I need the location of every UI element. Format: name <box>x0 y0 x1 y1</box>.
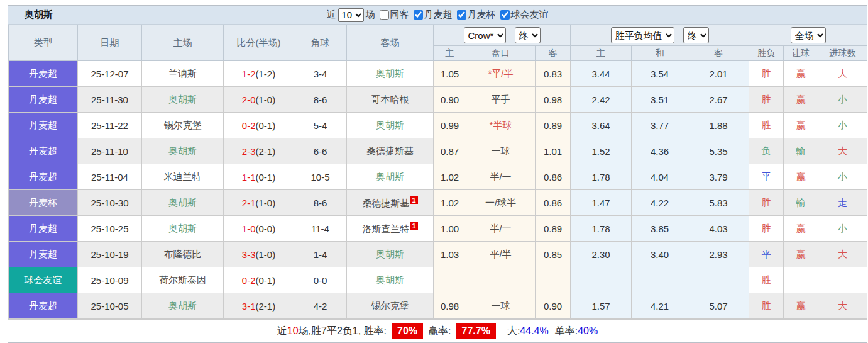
sub-header-avg-home: 主 <box>571 46 632 61</box>
type-cell: 球会友谊 <box>9 267 78 293</box>
filter-danish-cup[interactable]: 丹麦杯 <box>454 9 496 21</box>
table-row: 丹麦超 25-11-22 锡尔克堡 0-2(0-1) 5-4 奥胡斯 0.99 … <box>9 113 867 138</box>
table-row: 丹麦超 25-10-25 奥胡斯 1-0(0-0) 11-4 洛斯查兰特1 1.… <box>9 216 867 242</box>
danish-superliga-checkbox[interactable] <box>414 10 423 20</box>
team-title: 奥胡斯 <box>25 9 53 21</box>
col-header-date: 日期 <box>78 25 142 61</box>
avg-home-cell: 2.30 <box>571 242 632 267</box>
table-row: 丹麦超 25-11-30 奥胡斯 2-0(1-0) 8-6 哥本哈根 0.90 … <box>9 87 867 113</box>
goals-cell: 小 <box>818 216 867 242</box>
type-cell: 丹麦超 <box>9 87 78 113</box>
filter-danish-superliga[interactable]: 丹麦超 <box>411 9 453 21</box>
filter-same-away[interactable]: 同客 <box>377 9 409 21</box>
type-cell: 丹麦超 <box>9 242 78 267</box>
away-team-cell: 奥胡斯 <box>347 113 434 138</box>
half-time-score: (1-0) <box>256 94 276 105</box>
odds-away-cell: 0.86 <box>536 190 571 216</box>
avg-home-cell: 1.52 <box>571 138 632 164</box>
handicap-cell: 平手 <box>466 87 536 113</box>
home-team-name: 奥胡斯 <box>168 145 197 156</box>
score-cell: 2-0(1-0) <box>224 87 294 113</box>
goals-cell: 小 <box>818 113 867 138</box>
single-rate-value: 40% <box>578 325 598 337</box>
away-team-name: 奥胡斯 <box>376 120 404 130</box>
avg-away-cell: 5.35 <box>688 138 749 164</box>
avg-type-select[interactable]: 胜平负均值 <box>611 27 674 43</box>
odds-final-select-1[interactable]: 终 <box>515 27 541 43</box>
same-away-checkbox[interactable] <box>380 10 389 20</box>
odds-company-select[interactable]: Crow* <box>464 27 506 43</box>
handicap-cell: *平/半 <box>466 61 536 87</box>
away-team-cell: 奥胡斯 <box>347 267 434 293</box>
odds-away-cell: 1.01 <box>536 138 571 164</box>
red-card-badge: 1 <box>410 222 417 230</box>
score-cell: 0-2(0-1) <box>224 113 294 138</box>
recent-count-select[interactable]: 10 <box>338 8 364 22</box>
odds-home-cell: 0.90 <box>434 87 466 113</box>
home-team-name: 奥胡斯 <box>168 197 197 208</box>
col-header-corners: 角球 <box>294 25 347 61</box>
handicap-cell: 一球 <box>466 138 536 164</box>
filter-club-friendly[interactable]: 球会友谊 <box>498 9 549 21</box>
handicap-rate-badge: 77.7% <box>456 323 496 339</box>
recent-label: 近 <box>327 9 336 21</box>
avg-away-cell: 4.03 <box>688 216 749 242</box>
title-bar: 奥胡斯 近 10 场 同客 丹麦超 丹麦杯 球会友谊 <box>8 6 867 25</box>
handicap-result-cell: 赢 <box>784 164 818 190</box>
half-time-score: (2-1) <box>256 146 276 157</box>
danish-cup-checkbox[interactable] <box>457 10 466 20</box>
odds-home-cell: 1.03 <box>434 242 466 267</box>
handicap-result-cell: 赢 <box>784 113 818 138</box>
sub-header-goals: 进球数 <box>818 46 867 61</box>
home-team-name: 兰讷斯 <box>168 68 197 79</box>
odds-away-cell: 0.83 <box>536 61 571 87</box>
col-header-away: 客场 <box>347 25 434 61</box>
half-time-score: (0-1) <box>256 120 276 131</box>
big-rate-label: 大: <box>507 325 520 338</box>
sub-header-odds-home: 主 <box>434 46 466 61</box>
single-rate-label: 单率: <box>555 325 578 338</box>
away-team-name: 奥胡斯 <box>376 171 404 182</box>
handicap-cell: 平/半 <box>466 242 536 267</box>
type-cell: 丹麦超 <box>9 293 78 319</box>
sub-header-avg-draw: 和 <box>632 46 688 61</box>
odds-away-cell: 0.90 <box>536 293 571 319</box>
handicap-cell: 半/一 <box>466 164 536 190</box>
away-team-cell: 洛斯查兰特1 <box>347 216 434 242</box>
handicap-result-cell: 赢 <box>784 242 818 267</box>
away-team-cell: 奥胡斯 <box>347 164 434 190</box>
home-team-cell: 奥胡斯 <box>142 138 224 164</box>
avg-away-cell: 2.67 <box>688 87 749 113</box>
avg-draw-cell: 4.04 <box>632 164 688 190</box>
date-cell: 25-10-09 <box>78 267 142 293</box>
avg-away-cell: 3.79 <box>688 164 749 190</box>
scope-select[interactable]: 全场 <box>791 27 826 43</box>
col-header-score: 比分(半场) <box>224 25 294 61</box>
avg-home-cell: 1.57 <box>571 293 632 319</box>
full-time-score: 2-0 <box>242 94 256 105</box>
avg-away-cell: 2.93 <box>688 242 749 267</box>
club-friendly-checkbox[interactable] <box>500 10 510 20</box>
away-team-name: 锡尔克堡 <box>371 300 409 311</box>
odds-home-cell: 1.02 <box>434 164 466 190</box>
home-team-name: 奥胡斯 <box>168 300 197 311</box>
sub-header-result: 胜负 <box>749 46 784 61</box>
odds-away-cell: 0.89 <box>536 216 571 242</box>
away-team-name: 奥胡斯 <box>376 249 404 259</box>
goals-cell: 大 <box>818 242 867 267</box>
half-time-score: (2-1) <box>256 301 276 312</box>
sub-header-odds-away: 客 <box>536 46 571 61</box>
avg-home-cell <box>571 267 632 293</box>
matches-label: 场 <box>366 9 375 21</box>
odds-home-cell: 1.05 <box>434 61 466 87</box>
score-cell: 3-1(2-1) <box>224 293 294 319</box>
match-table: 类型 日期 主场 比分(半场) 角球 客场 Crow* 终 <box>8 25 867 319</box>
away-team-name: 桑德捷斯基 <box>366 145 414 156</box>
table-row: 丹麦超 25-12-07 兰讷斯 1-2(1-2) 3-4 奥胡斯 1.05 *… <box>9 61 867 87</box>
home-team-cell: 奥胡斯 <box>142 190 224 216</box>
odds-final-select-2[interactable]: 终 <box>683 27 709 43</box>
handicap-cell: 半/一 <box>466 216 536 242</box>
avg-home-cell: 3.44 <box>571 61 632 87</box>
col-header-home: 主场 <box>142 25 224 61</box>
avg-home-cell: 1.47 <box>571 190 632 216</box>
